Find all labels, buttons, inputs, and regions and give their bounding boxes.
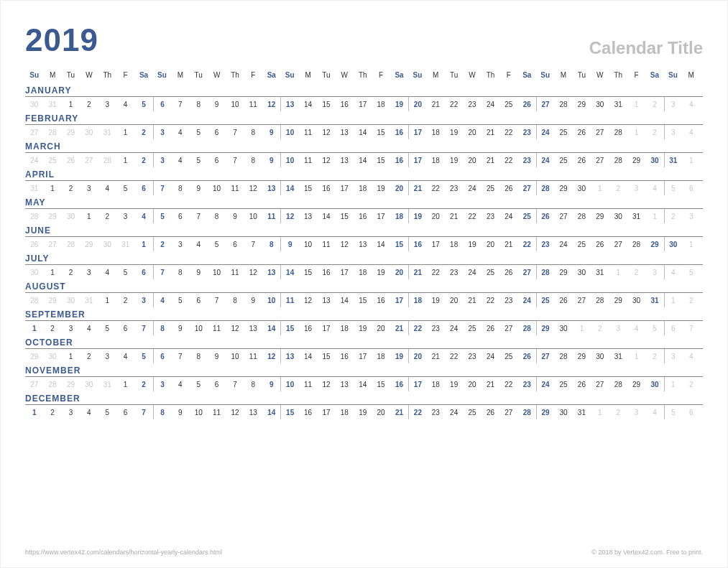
dow-cell: M: [427, 71, 445, 80]
footer-url: https://www.vertex42.com/calendars/horiz…: [25, 549, 222, 556]
day-row: 2829303112345678910111213141516171819202…: [25, 293, 703, 307]
day-cell: 5: [116, 265, 134, 279]
day-cell: 21: [499, 237, 517, 251]
month-block: JULY301234567891011121314151617181920212…: [25, 253, 703, 279]
day-cell: 2: [153, 237, 171, 251]
day-cell: 17: [408, 153, 426, 167]
day-cell: 21: [482, 125, 499, 139]
day-cell: 14: [280, 181, 298, 195]
dow-cell: M: [554, 71, 572, 80]
day-cell: 10: [299, 237, 317, 251]
day-cell: 18: [427, 377, 445, 391]
day-cell: 20: [390, 181, 408, 195]
day-cell: 3: [153, 153, 171, 167]
day-cell: 4: [190, 237, 208, 251]
dow-cell: W: [80, 71, 98, 80]
day-cell: 8: [171, 181, 189, 195]
day-cell: 31: [25, 181, 43, 195]
day-cell: 3: [80, 265, 98, 279]
day-cell: 28: [25, 209, 43, 223]
day-cell: 5: [208, 237, 226, 251]
day-cell: 31: [116, 237, 134, 251]
day-cell: 24: [25, 153, 43, 167]
day-cell: 2: [134, 153, 152, 167]
day-cell: 5: [171, 293, 189, 307]
day-cell: 8: [262, 237, 280, 251]
day-cell: 3: [153, 125, 171, 139]
day-cell: 26: [573, 125, 591, 139]
day-cell: 4: [116, 97, 134, 111]
day-cell: 2: [627, 265, 645, 279]
day-cell: 14: [372, 237, 390, 251]
day-cell: 6: [116, 321, 134, 335]
day-cell: 26: [554, 293, 572, 307]
day-cell: 14: [280, 265, 298, 279]
day-cell: 31: [573, 405, 591, 419]
day-cell: 12: [336, 237, 354, 251]
day-cell: 8: [171, 265, 189, 279]
day-cell: 24: [536, 125, 554, 139]
day-cell: 1: [627, 349, 645, 363]
day-cell: 4: [682, 349, 700, 363]
day-cell: 22: [499, 125, 517, 139]
day-cell: 27: [518, 265, 536, 279]
day-cell: 7: [171, 97, 189, 111]
day-cell: 30: [25, 97, 43, 111]
day-cell: 12: [244, 265, 262, 279]
day-cell: 3: [98, 97, 116, 111]
day-cell: 6: [190, 293, 208, 307]
day-cell: 3: [609, 321, 627, 335]
day-row: 1234567891011121314151617181920212223242…: [25, 321, 703, 335]
day-cell: 27: [499, 405, 517, 419]
day-cell: 1: [591, 181, 609, 195]
day-cell: 5: [190, 125, 208, 139]
day-cell: 5: [98, 405, 116, 419]
day-cell: 10: [280, 377, 298, 391]
day-cell: 22: [482, 293, 499, 307]
day-cell: 2: [645, 97, 663, 111]
day-cell: 6: [682, 181, 700, 195]
day-cell: 29: [62, 377, 80, 391]
day-cell: 24: [463, 265, 481, 279]
day-cell: 11: [226, 181, 244, 195]
day-cell: 7: [226, 153, 244, 167]
day-cell: 28: [536, 265, 554, 279]
day-cell: 30: [62, 293, 80, 307]
day-cell: 1: [591, 405, 609, 419]
day-cell: 31: [98, 377, 116, 391]
day-cell: 2: [591, 321, 609, 335]
day-cell: 5: [134, 349, 152, 363]
day-cell: 17: [354, 97, 372, 111]
day-cell: 15: [317, 349, 335, 363]
day-cell: 24: [536, 153, 554, 167]
day-row: 2728293031123456789101112131415161718192…: [25, 377, 703, 391]
day-cell: 30: [80, 125, 98, 139]
day-cell: 27: [591, 125, 609, 139]
day-cell: 9: [262, 125, 280, 139]
day-cell: 12: [262, 349, 280, 363]
day-cell: 13: [336, 377, 354, 391]
day-cell: 22: [408, 321, 426, 335]
day-cell: 2: [645, 349, 663, 363]
day-cell: 17: [336, 265, 354, 279]
day-cell: 2: [134, 125, 152, 139]
month-block: APRIL31123456789101112131415161718192021…: [25, 169, 703, 195]
day-cell: 19: [372, 181, 390, 195]
day-cell: 28: [62, 237, 80, 251]
day-cell: 18: [354, 181, 372, 195]
day-cell: 15: [280, 405, 298, 419]
dow-cell: Tu: [445, 71, 463, 80]
day-cell: 29: [536, 405, 554, 419]
dow-cell: Su: [280, 71, 298, 80]
day-cell: 27: [536, 349, 554, 363]
dow-cell: F: [372, 71, 390, 80]
day-row: 2728293031123456789101112131415161718192…: [25, 125, 703, 139]
day-cell: 23: [463, 349, 481, 363]
day-cell: 4: [645, 405, 663, 419]
day-cell: 25: [463, 405, 481, 419]
day-cell: 26: [499, 181, 517, 195]
day-cell: 12: [262, 97, 280, 111]
day-cell: 13: [262, 265, 280, 279]
day-cell: 8: [244, 377, 262, 391]
day-cell: 4: [80, 405, 98, 419]
